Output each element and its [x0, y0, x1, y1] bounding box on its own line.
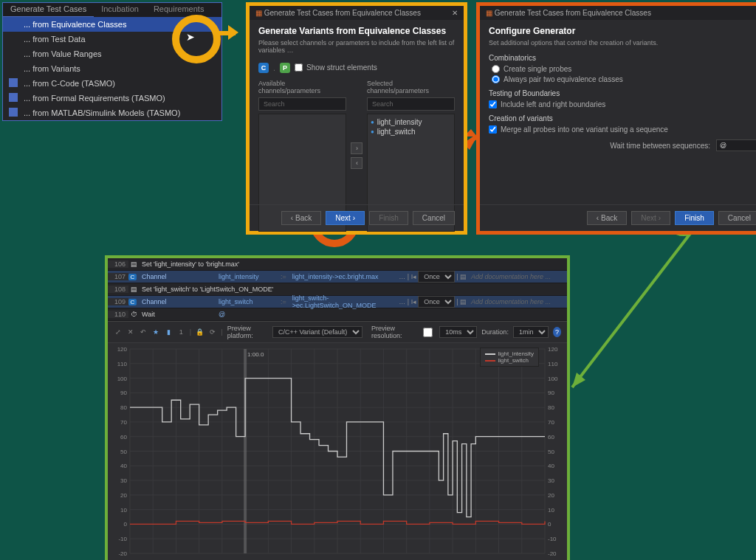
checkbox-show-struct[interactable]: Show struct elements	[295, 63, 377, 72]
svg-text:80: 80	[120, 404, 127, 411]
svg-text:0: 0	[124, 521, 128, 528]
chart-legend: light_intensity light_switch	[480, 348, 539, 367]
step-list: 106▤Set 'light_intensity' to 'bright.max…	[108, 258, 567, 321]
result-panel: 106▤Set 'light_intensity' to 'bright.max…	[105, 255, 570, 560]
param-light-switch[interactable]: light_switch	[371, 127, 451, 136]
dialog-subtitle: Set additional options that control the …	[489, 39, 756, 46]
menu-tab-incubation[interactable]: Incubation	[94, 3, 146, 17]
close-icon[interactable]: ✕	[452, 9, 458, 17]
section-boundaries: Testing of Boundaries	[489, 89, 756, 97]
param-light-intensity[interactable]: light_intensity	[371, 117, 451, 127]
favorite-icon[interactable]: ★	[151, 327, 159, 337]
cancel-button[interactable]: Cancel	[718, 211, 756, 225]
menu-item-ccode[interactable]: ... from C-Code (TASMO)	[3, 76, 221, 91]
finish-button[interactable]: Finish	[369, 211, 408, 225]
label-preview-platform: Preview platform:	[227, 325, 268, 339]
dialog-title-text: Generate Test Cases from Equivalence Cla…	[486, 9, 651, 17]
svg-text:100: 100	[117, 376, 128, 382]
marker-icon[interactable]: 1	[177, 327, 185, 337]
svg-text:40: 40	[120, 463, 127, 469]
dialog-titlebar: Generate Test Cases from Equivalence Cla…	[250, 6, 464, 20]
menu-tab-generate[interactable]: Generate Test Cases	[3, 3, 94, 17]
close-step-icon[interactable]: ✕	[126, 327, 134, 337]
svg-text:110: 110	[117, 361, 128, 367]
preview-res-checkbox[interactable]	[423, 328, 433, 337]
radio-pair-two[interactable]: Always pair two equivalence classes	[492, 75, 756, 83]
preview-res-select[interactable]: 10ms	[439, 326, 477, 338]
tool-icon[interactable]: ▮	[165, 327, 173, 337]
svg-text:120: 120	[117, 346, 128, 353]
wait-time-input[interactable]	[716, 139, 756, 151]
step-row[interactable]: 107CChannellight_intensity:=light_intens…	[108, 271, 567, 283]
lock-icon[interactable]: 🔒	[196, 327, 204, 337]
label-duration: Duration:	[481, 328, 509, 336]
svg-text:-20: -20	[118, 550, 127, 557]
highlight-ring-yellow	[172, 15, 221, 63]
step-row[interactable]: 106▤Set 'light_intensity' to 'bright.max…	[108, 258, 567, 271]
svg-text:40: 40	[548, 463, 554, 469]
dialog-generate-variants: Generate Test Cases from Equivalence Cla…	[246, 2, 467, 235]
dialog-heading: Generate Variants from Equivalence Class…	[258, 26, 455, 36]
svg-text:60: 60	[120, 434, 127, 440]
menu-item-matlab[interactable]: ... from MATLAB/Simulink Models (TASMO)	[3, 106, 221, 120]
svg-text:-10: -10	[118, 536, 127, 542]
back-button[interactable]: ‹ Back	[281, 211, 322, 225]
svg-text:50: 50	[548, 449, 554, 455]
arrow-yellow	[216, 28, 246, 40]
svg-text:100: 100	[548, 376, 558, 382]
expand-icon[interactable]: ⤢	[114, 327, 122, 337]
svg-text:30: 30	[120, 477, 127, 484]
back-button[interactable]: ‹ Back	[587, 211, 628, 225]
arrow-green	[561, 225, 698, 395]
plot-toolbar: ⤢ ✕ ↶ ★ ▮ 1 | 🔒 ⟳ | Preview platform: C/…	[108, 321, 567, 343]
svg-text:90: 90	[120, 390, 127, 396]
svg-text:60: 60	[548, 434, 554, 440]
svg-text:70: 70	[548, 419, 554, 426]
svg-text:10: 10	[548, 507, 554, 514]
dialog-title-text: Generate Test Cases from Equivalence Cla…	[255, 9, 421, 17]
step-row[interactable]: 109CChannellight_switch:=light_switch->e…	[108, 296, 567, 308]
toggle-parameters-icon[interactable]: P	[280, 63, 290, 73]
svg-text:0: 0	[548, 521, 551, 528]
radio-single-probes[interactable]: Create single probes	[492, 65, 756, 73]
checkbox-include-boundaries[interactable]: Include left and right boundaries	[489, 100, 756, 108]
section-creation: Creation of variants	[489, 114, 756, 122]
svg-text:90: 90	[548, 390, 554, 396]
svg-text:20: 20	[120, 492, 127, 499]
label-preview-res: Preview resolution:	[371, 325, 416, 339]
next-button[interactable]: Next ›	[631, 211, 670, 225]
menu-item-formal[interactable]: ... from Formal Requirements (TASMO)	[3, 91, 221, 106]
svg-text:10: 10	[120, 507, 127, 514]
menu-tabs: Generate Test Cases Incubation Requireme…	[3, 3, 221, 17]
toggle-channels-icon[interactable]: C	[258, 63, 269, 73]
svg-text:50: 50	[120, 449, 127, 455]
search-available-input[interactable]: Search	[258, 97, 346, 111]
search-selected-input[interactable]: Search	[367, 97, 455, 111]
duration-select[interactable]: 1min	[513, 326, 549, 338]
svg-text:-20: -20	[548, 550, 557, 557]
dialog-configure-generator: Generate Test Cases from Equivalence Cla…	[476, 2, 756, 235]
step-row[interactable]: 110⏱Wait@	[108, 308, 567, 321]
move-left-button[interactable]: ‹	[351, 157, 362, 169]
dialog-heading: Configure Generator	[489, 26, 756, 36]
menu-item-variants[interactable]: ... from Variants	[3, 61, 221, 76]
section-combinatorics: Combinatorics	[489, 54, 756, 62]
signal-chart[interactable]: -0.050.000.050.100.150.200.250.300.350.4…	[108, 343, 567, 560]
checkbox-merge-probes[interactable]: Merge all probes into one variant using …	[489, 125, 756, 134]
dialog-subtitle: Please select channels or parameters to …	[258, 39, 455, 54]
preview-platform-select[interactable]: C/C++ Variant (Default)	[272, 326, 362, 338]
finish-button[interactable]: Finish	[675, 211, 714, 225]
svg-text:120: 120	[548, 346, 558, 353]
help-icon[interactable]: ?	[553, 327, 561, 337]
move-right-button[interactable]: ›	[351, 142, 362, 154]
dialog-titlebar: Generate Test Cases from Equivalence Cla…	[480, 6, 756, 20]
cancel-button[interactable]: Cancel	[413, 211, 455, 225]
svg-text:30: 30	[548, 477, 554, 484]
history-icon[interactable]: ↶	[139, 327, 147, 337]
svg-text:70: 70	[120, 419, 127, 426]
refresh-icon[interactable]: ⟳	[208, 327, 216, 337]
svg-text:20: 20	[548, 492, 554, 499]
label-available: Available channels/parameters	[258, 80, 346, 94]
next-button[interactable]: Next ›	[326, 211, 365, 225]
label-selected: Selected channels/parameters	[367, 80, 455, 94]
